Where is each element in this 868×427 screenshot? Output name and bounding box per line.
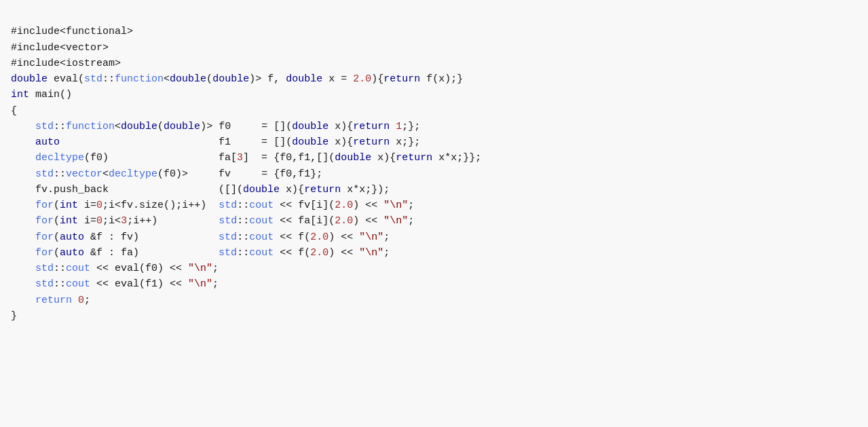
line-12: for(int i=0;i<fv.size();i++) std::cout <… bbox=[11, 200, 414, 211]
line-15: for(auto &f : fa) std::cout << f(2.0) <<… bbox=[11, 247, 390, 259]
line-17: std::cout << eval(f1) << "\n"; bbox=[11, 278, 219, 290]
line-5: int main() bbox=[11, 89, 72, 100]
line-14: for(auto &f : fv) std::cout << f(2.0) <<… bbox=[11, 231, 390, 243]
line-6: { bbox=[11, 105, 17, 117]
line-4: double eval(std::function<double(double)… bbox=[11, 73, 463, 85]
code-container: #include<functional> #include<vector> #i… bbox=[0, 0, 868, 427]
line-16: std::cout << eval(f0) << "\n"; bbox=[11, 263, 219, 274]
line-13: for(int i=0;i<3;i++) std::cout << fa[i](… bbox=[11, 215, 414, 227]
line-11: fv.push_back ([](double x){return x*x;})… bbox=[11, 184, 390, 196]
line-10: std::vector<decltype(f0)> fv = {f0,f1}; bbox=[11, 168, 322, 180]
line-2: #include<vector> bbox=[11, 42, 109, 54]
code-block: #include<functional> #include<vector> #i… bbox=[11, 8, 857, 339]
line-9: decltype(f0) fa[3] = {f0,f1,[](double x)… bbox=[11, 152, 481, 164]
line-19: } bbox=[11, 310, 17, 322]
line-18: return 0; bbox=[11, 295, 90, 306]
line-7: std::function<double(double)> f0 = [](do… bbox=[11, 121, 420, 132]
line-3: #include<iostream> bbox=[11, 58, 121, 69]
line-8: auto f1 = [](double x){return x;}; bbox=[11, 136, 420, 148]
line-1: #include<functional> bbox=[11, 26, 133, 37]
